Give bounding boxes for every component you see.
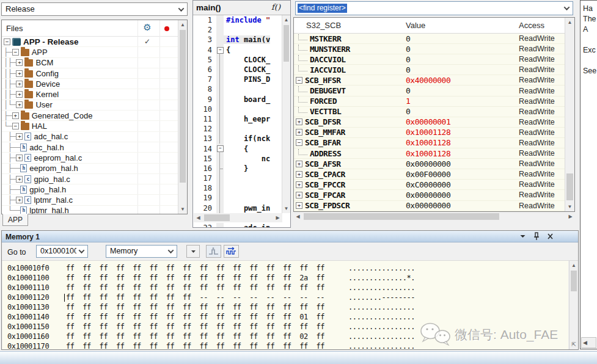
register-row[interactable]: + SCB_DFSR 0x00000001 ReadWrite <box>294 117 565 128</box>
chevron-down-icon[interactable] <box>562 2 572 14</box>
fold-margin[interactable] <box>216 84 224 94</box>
code-line[interactable]: 3 int main(v <box>193 35 282 45</box>
tree-expander[interactable]: + <box>16 176 23 183</box>
code-line[interactable]: 15 nc <box>193 154 282 164</box>
scroll-right-arrow[interactable]: ▶ <box>273 213 282 222</box>
build-config-select[interactable]: Release <box>1 2 188 16</box>
scrollbar-thumb[interactable] <box>304 213 499 220</box>
scroll-up-arrow[interactable]: ▲ <box>570 261 578 270</box>
tree-expander[interactable]: + <box>16 91 23 98</box>
window-menu-chevron-icon[interactable] <box>519 232 526 241</box>
fold-margin[interactable] <box>216 45 224 55</box>
fold-margin[interactable] <box>216 173 224 183</box>
tree-expander[interactable]: − <box>12 123 19 129</box>
code-line[interactable]: 16 } <box>193 164 282 173</box>
column-header-group[interactable]: S32_SCB <box>294 21 406 30</box>
fold-margin[interactable] <box>216 134 224 144</box>
code-line[interactable]: 11 h_eepr <box>193 114 282 124</box>
live-update-icon-button[interactable] <box>206 245 221 258</box>
memory-row[interactable]: 0x10001160 ff ff ff ff ff ff ff ff ff ff… <box>2 332 568 341</box>
code-line[interactable]: 7 PINS_D <box>193 75 282 84</box>
scrollbar-thumb[interactable] <box>180 30 186 183</box>
tree-item[interactable]: │└─ + User <box>2 100 178 111</box>
tree-item[interactable]: │├─ + BCM <box>2 58 178 68</box>
chevron-down-icon[interactable] <box>76 246 87 257</box>
code-line[interactable]: 17 <box>193 173 282 183</box>
register-row[interactable]: + SCB_FPDSCR 0x00000000 ReadWrite <box>294 201 565 211</box>
scrollbar-thumb[interactable] <box>204 214 230 221</box>
tree-expander[interactable]: + <box>16 133 23 140</box>
fold-margin[interactable] <box>216 114 224 124</box>
fold-margin[interactable] <box>216 144 224 153</box>
register-row[interactable]: DACCVIOL 0 ReadWrite <box>294 54 565 65</box>
memory-row[interactable]: 0x100010f0 ff ff ff ff ff ff ff ff ff ff… <box>2 263 568 273</box>
code-line[interactable]: 2 <box>193 25 282 35</box>
scrollbar-thumb[interactable] <box>284 25 289 62</box>
chevron-down-icon[interactable] <box>176 4 186 15</box>
code-line[interactable]: 12 <box>193 124 282 134</box>
code-line[interactable]: 18 <box>193 183 282 193</box>
scroll-up-arrow[interactable]: ▲ <box>565 18 574 27</box>
tree-expander[interactable]: + <box>16 155 23 161</box>
fold-margin[interactable] <box>216 154 224 164</box>
refresh-waveform-icon-button[interactable] <box>224 245 239 258</box>
tree-item[interactable]: ├─ + c lptmr_hal.c <box>2 195 178 205</box>
gear-icon[interactable]: ⚙ <box>140 22 155 34</box>
register-expander[interactable]: + <box>296 129 302 136</box>
memory-view-combo[interactable]: Memory <box>106 245 177 258</box>
tree-expander[interactable]: − <box>12 49 19 56</box>
outer-horizontal-scrollbar[interactable]: ◀ <box>581 337 596 348</box>
code-line[interactable]: 14 { <box>193 144 282 153</box>
tree-item[interactable]: ├─ − APP <box>2 47 178 57</box>
register-row[interactable]: + SCB_AFSR 0x00000000 ReadWrite <box>294 159 565 169</box>
tree-item[interactable]: − APP - Release ✓ <box>2 37 178 47</box>
memory-options-dropdown-button[interactable] <box>186 245 200 258</box>
register-row[interactable]: MUNSTKERR 0 ReadWrite <box>294 44 565 54</box>
scroll-left-arrow[interactable]: ◀ <box>293 212 302 221</box>
fold-margin[interactable] <box>216 55 224 65</box>
register-row[interactable]: DEBUGEVT 0 ReadWrite <box>294 86 565 96</box>
fold-margin[interactable] <box>216 183 224 193</box>
editor-horizontal-scrollbar[interactable]: ◀ ▶ <box>194 213 282 222</box>
editor-vertical-scrollbar[interactable]: ▲ ▼ <box>282 15 290 213</box>
code-line[interactable]: 20 pwm_in <box>193 203 282 213</box>
fold-margin[interactable] <box>216 104 224 114</box>
workspace-tab-app[interactable]: APP <box>2 214 28 226</box>
register-expander[interactable]: + <box>296 171 302 178</box>
fold-margin[interactable] <box>216 203 224 213</box>
column-header-value[interactable]: Value <box>406 21 519 30</box>
fold-margin[interactable] <box>216 15 224 25</box>
register-row[interactable]: MSTKERR 0 ReadWrite <box>294 34 565 44</box>
function-list-button[interactable]: f() <box>271 2 280 12</box>
code-line[interactable]: 19 <box>193 193 282 203</box>
tree-expander[interactable]: + <box>16 101 23 108</box>
tree-item[interactable]: ├─ + c gpio_hal.c <box>2 174 178 184</box>
register-expander[interactable]: − <box>296 77 302 84</box>
code-line[interactable]: 10 <box>193 104 282 114</box>
tree-item[interactable]: ├── h eeprom_hal.h <box>2 164 178 174</box>
fold-margin[interactable] <box>216 25 224 35</box>
scrollbar-thumb[interactable] <box>571 271 577 291</box>
memory-row[interactable]: 0x10001120 ff ff ff ff ff ff ff ff -- --… <box>2 293 568 302</box>
tree-item[interactable]: ├─ + c eeprom_hal.c <box>2 153 178 163</box>
scroll-down-arrow[interactable]: ▼ <box>178 205 187 214</box>
register-expander[interactable]: − <box>296 139 302 146</box>
files-vertical-scrollbar[interactable]: ▲ ▼ <box>178 20 187 214</box>
code-line[interactable]: 6 CLOCK_ <box>193 65 282 75</box>
code-line[interactable]: 8 <box>193 84 282 94</box>
scroll-up-arrow[interactable]: ▲ <box>282 15 290 24</box>
scroll-left-arrow[interactable]: ◀ <box>583 340 587 346</box>
register-expander[interactable]: + <box>296 192 302 198</box>
tree-item[interactable]: ├─ + c adc_hal.c <box>2 132 178 142</box>
register-row[interactable]: + SCB_FPCCR 0xC0000000 ReadWrite <box>294 180 565 190</box>
register-vertical-scrollbar[interactable]: ▲ ▼ <box>565 18 574 211</box>
scroll-right-arrow[interactable]: ▶ <box>566 212 575 221</box>
register-row[interactable]: + SCB_FPCAR 0x00000000 ReadWrite <box>294 190 565 200</box>
code-line[interactable]: 22 adc_in <box>193 223 282 228</box>
fold-margin[interactable] <box>216 65 224 75</box>
register-expander[interactable]: + <box>296 161 302 167</box>
tree-expander[interactable]: + <box>16 59 23 66</box>
code-line[interactable]: 9 board_ <box>193 95 282 104</box>
scroll-up-arrow[interactable]: ▲ <box>178 20 187 29</box>
register-row[interactable]: + SCB_MMFAR 0x10001128 ReadWrite <box>294 128 565 138</box>
